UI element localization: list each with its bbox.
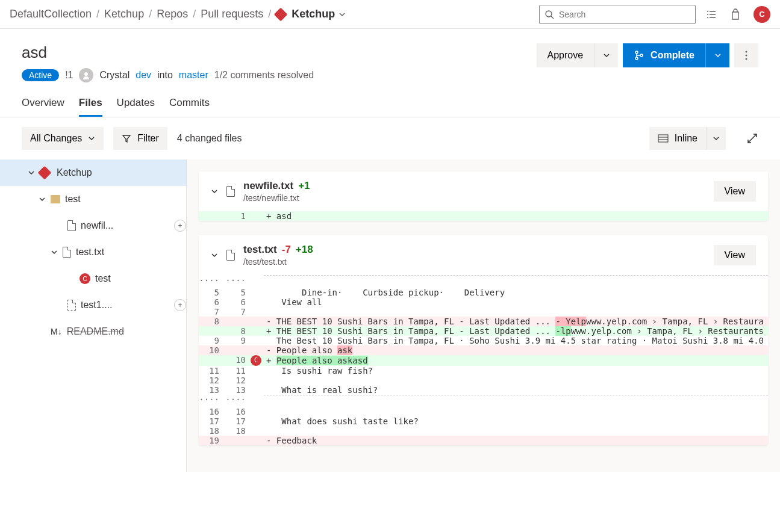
markdown-icon: M↓ [51,327,62,336]
file-card: newfile.txt +1 /test/newfile.txt View1+ … [199,172,768,221]
folder-icon [51,195,60,203]
tree-file-test[interactable]: test.txt [0,239,186,265]
content-area: Ketchup test newfil... + test.txt C test… [0,159,780,472]
view-file-button[interactable]: View [714,245,756,265]
repo-icon [274,7,288,21]
svg-point-3 [635,51,638,54]
add-badge: + [174,220,186,232]
breadcrumb-item[interactable]: DefaultCollection [10,8,92,20]
filter-icon [122,134,131,143]
diff-line[interactable]: - THE BEST 10 Sushi Bars in Tampa, FL - … [264,317,768,326]
chevron-down-icon [51,249,58,256]
svg-point-6 [746,51,747,53]
repo-icon [38,166,52,180]
inline-view-button[interactable]: Inline [649,127,707,150]
svg-point-8 [746,58,747,60]
svg-point-0 [546,11,552,17]
diff-line[interactable]: + asd [264,211,768,221]
shopping-bag-icon[interactable] [729,8,741,20]
user-avatar[interactable]: C [753,6,770,23]
list-icon[interactable] [705,8,717,20]
diff-line[interactable]: What does sushi taste like? [264,416,768,426]
all-changes-dropdown[interactable]: All Changes [22,127,104,150]
tree-file-readme[interactable]: M↓ README.md [0,318,186,345]
deletions-count: -7 [282,244,291,256]
tab-overview[interactable]: Overview [22,97,64,117]
complete-dropdown[interactable] [705,43,729,67]
diff-line[interactable]: + THE BEST 10 Sushi Bars in Tampa, FL - … [264,326,768,336]
diff-line[interactable]: Dine-in· Curbside pickup· Delivery [264,288,768,297]
file-name: newfile.txt [243,180,293,192]
file-icon [67,300,76,311]
search-input[interactable] [559,10,690,19]
source-branch[interactable]: dev [136,70,151,81]
svg-point-4 [635,57,638,60]
pr-actions: Approve Complete [537,43,759,67]
comment-marker[interactable]: C [251,355,261,366]
breadcrumbs: DefaultCollection/ Ketchup/ Repos/ Pull … [10,8,539,20]
tab-commits[interactable]: Commits [169,97,210,117]
tab-files[interactable]: Files [79,97,102,117]
add-badge: + [174,299,186,311]
author-name[interactable]: Crystal [99,70,129,81]
diff-line[interactable]: The Best 10 Sushi Bars in Tampa, FL · So… [264,336,768,345]
diff-table: ········55 Dine-in· Curbside pickup· Del… [199,275,768,445]
more-actions-button[interactable] [734,43,758,67]
chevron-down-icon[interactable] [211,188,218,195]
diff-line[interactable]: Is sushi raw fish? [264,366,768,376]
svg-point-5 [640,54,643,57]
tree-repo-root[interactable]: Ketchup [0,159,186,186]
tree-folder[interactable]: test [0,186,186,212]
tree-file-test1[interactable]: test1.... + [0,292,186,318]
inline-dropdown[interactable] [707,127,726,150]
breadcrumb-item[interactable]: Pull requests [201,8,263,20]
filter-button[interactable]: Filter [113,127,167,150]
diff-line[interactable]: What is real sushi? [264,385,768,395]
file-icon [226,186,235,197]
search-icon [544,10,554,19]
diff-line[interactable]: - People also ask [264,345,768,355]
tree-file-newfile[interactable]: newfil... + [0,212,186,239]
chevron-down-icon [39,196,46,203]
diff-line[interactable]: - Feedback [264,436,768,445]
pr-id: !1 [65,70,73,81]
approve-dropdown[interactable] [594,43,618,67]
repo-selector[interactable]: Ketchup [276,8,346,20]
pr-meta: Active !1 Crystal dev into master 1/2 co… [22,68,537,82]
pr-header: asd Active !1 Crystal dev into master 1/… [0,29,780,82]
comments-resolved[interactable]: 1/2 comments resolved [214,70,314,81]
author-avatar[interactable] [79,68,93,82]
comment-badge: C [80,273,90,284]
search-box[interactable] [539,5,696,24]
inline-icon [658,134,669,143]
file-tree: Ketchup test newfil... + test.txt C test… [0,159,187,472]
tab-updates[interactable]: Updates [117,97,155,117]
svg-point-7 [746,55,747,57]
file-icon [63,247,71,258]
diff-line[interactable]: View all [264,297,768,307]
pr-title: asd [22,43,537,62]
diff-line[interactable]: + People also askasd [264,355,768,366]
complete-button[interactable]: Complete [623,43,705,67]
status-badge: Active [22,69,59,81]
approve-button[interactable]: Approve [537,43,594,67]
merge-icon [634,50,644,61]
target-branch[interactable]: master [179,70,208,81]
diff-area: newfile.txt +1 /test/newfile.txt View1+ … [187,159,780,472]
diff-line[interactable] [264,376,768,385]
breadcrumb-item[interactable]: Ketchup [104,8,144,20]
diff-line[interactable] [264,307,768,317]
svg-line-1 [551,16,554,19]
tree-comment-thread[interactable]: C test [0,265,186,292]
file-card: test.txt -7 +18 /test/test.txt View·····… [199,235,768,445]
diff-line[interactable] [264,407,768,416]
file-path: /test/test.txt [243,257,313,267]
breadcrumb-item[interactable]: Repos [157,8,188,20]
fullscreen-icon[interactable] [746,132,758,144]
view-file-button[interactable]: View [714,181,756,202]
svg-point-2 [84,72,88,76]
file-name: test.txt [243,244,277,256]
chevron-down-icon[interactable] [211,252,218,259]
diff-line[interactable] [264,426,768,436]
file-icon [67,220,76,231]
